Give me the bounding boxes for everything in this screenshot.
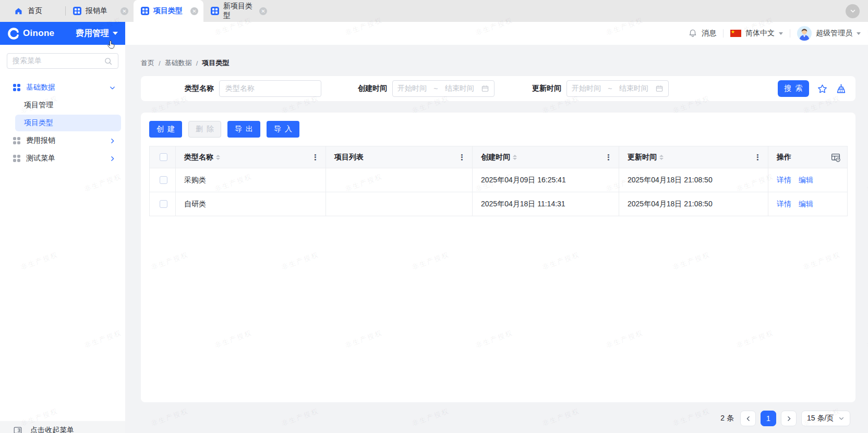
next-page-button[interactable] — [781, 411, 797, 426]
edit-link[interactable]: 编辑 — [799, 200, 813, 209]
menu-label: 基础数据 — [26, 83, 103, 92]
edit-link[interactable]: 编辑 — [799, 176, 813, 185]
home-icon — [14, 7, 23, 16]
tab-new-project-type[interactable]: 新项目类型 ✕ — [203, 0, 272, 22]
collapse-menu-button[interactable]: 点击收起菜单 — [0, 421, 125, 433]
sidebar-item-project-type[interactable]: 项目类型 — [15, 115, 121, 131]
user-menu[interactable]: 超级管理员 — [797, 26, 861, 41]
tab-project-type[interactable]: 项目类型 ✕ — [134, 0, 203, 22]
page-1-button[interactable]: 1 — [761, 411, 776, 426]
sidebar-item-basic-data[interactable]: 基础数据 — [0, 79, 125, 96]
caret-down-icon — [779, 32, 783, 35]
cell-project-list — [326, 192, 473, 216]
cell-updated-time: 2025年04月18日 21:08:50 — [619, 192, 768, 216]
sidebar-item-expense-reimburse[interactable]: 费用报销 — [0, 132, 125, 149]
collapse-menu-label: 点击收起菜单 — [30, 426, 74, 433]
column-menu-icon[interactable]: ⋮ — [605, 153, 612, 161]
close-icon[interactable]: ✕ — [120, 7, 128, 15]
prev-page-button[interactable] — [740, 411, 756, 426]
menu-search-placeholder: 搜索菜单 — [13, 56, 42, 66]
menu-label: 项目管理 — [24, 101, 53, 110]
range-end-placeholder: 结束时间 — [619, 84, 648, 93]
range-end-placeholder: 结束时间 — [445, 84, 474, 93]
favorite-star-icon[interactable] — [817, 83, 828, 94]
chevron-down-icon — [838, 415, 845, 422]
filter-updated-time: 更新时间 开始时间 ~ 结束时间 — [532, 80, 669, 97]
delete-button[interactable]: 删除 — [188, 121, 221, 138]
app-switcher[interactable]: 费用管理 — [76, 28, 118, 39]
select-all-checkbox[interactable] — [160, 153, 167, 161]
app-name: 费用管理 — [76, 28, 109, 39]
table-row[interactable]: 自研类 2025年04月18日 11:14:31 2025年04月18日 21:… — [150, 192, 848, 216]
delete-button-label: 删除 — [196, 125, 218, 134]
cell-type-name: 采购类 — [176, 168, 326, 192]
export-button[interactable]: 导出 — [227, 121, 260, 138]
cell-actions: 详情 编辑 — [768, 168, 848, 192]
close-icon[interactable]: ✕ — [190, 7, 198, 15]
column-menu-icon[interactable]: ⋮ — [754, 153, 762, 161]
breadcrumb-home[interactable]: 首页 — [141, 58, 154, 68]
close-icon[interactable]: ✕ — [259, 7, 267, 15]
menu-search-input[interactable]: 搜索菜单 — [7, 53, 118, 69]
column-menu-icon[interactable]: ⋮ — [311, 153, 319, 161]
app-grid-icon — [141, 7, 149, 15]
filter-tools: 搜索 — [778, 80, 847, 97]
detail-link[interactable]: 详情 — [777, 200, 791, 209]
row-select-cell — [150, 192, 176, 216]
column-type-name: 类型名称 ⋮ — [176, 146, 326, 168]
table-row[interactable]: 采购类 2025年04月09日 16:25:41 2025年04月18日 21:… — [150, 168, 848, 192]
sort-icon[interactable] — [659, 155, 664, 160]
caret-down-icon — [857, 32, 861, 35]
logo-icon — [7, 27, 20, 40]
cell-project-list — [326, 168, 473, 192]
range-separator: ~ — [608, 84, 612, 93]
caret-down-icon — [113, 32, 118, 35]
tab-home-label: 首页 — [28, 6, 42, 16]
tab-overflow-button[interactable] — [846, 4, 860, 18]
created-time-range-input[interactable]: 开始时间 ~ 结束时间 — [392, 80, 495, 97]
filter-created-time: 创建时间 开始时间 ~ 结束时间 — [358, 80, 495, 97]
sort-icon[interactable] — [216, 155, 220, 160]
sidebar-item-test-menu[interactable]: 测试菜单 — [0, 150, 125, 167]
breadcrumb-current: 项目类型 — [202, 58, 229, 68]
divider — [790, 29, 790, 38]
header-brand-area: Oinone 费用管理 — [0, 22, 125, 45]
tab-expense-form[interactable]: 报销单 ✕ — [66, 0, 134, 22]
header-actions: 消息 ★ 简体中文 超级管理员 — [125, 22, 868, 45]
app-grid-icon — [211, 7, 219, 15]
import-button[interactable]: 导入 — [267, 121, 299, 138]
updated-time-label: 更新时间 — [532, 84, 561, 93]
column-menu-icon[interactable]: ⋮ — [458, 153, 466, 161]
tab-home[interactable]: 首页 — [0, 0, 66, 22]
calendar-icon — [655, 84, 664, 93]
clear-broom-icon[interactable] — [836, 83, 847, 94]
type-name-label: 类型名称 — [185, 84, 214, 93]
menu-label: 测试菜单 — [26, 154, 103, 163]
type-name-placeholder: 类型名称 — [225, 84, 255, 93]
table-card: 创建 删除 导出 导入 — [141, 113, 855, 402]
row-checkbox[interactable] — [160, 200, 167, 208]
updated-time-range-input[interactable]: 开始时间 ~ 结束时间 — [566, 80, 669, 97]
row-checkbox[interactable] — [160, 176, 167, 184]
messages-button[interactable]: 消息 — [688, 29, 716, 38]
column-settings-icon[interactable] — [830, 152, 841, 163]
total-count: 2 条 — [720, 414, 734, 423]
brand-name: Oinone — [23, 28, 54, 39]
detail-link[interactable]: 详情 — [777, 176, 791, 185]
cell-type-name: 自研类 — [176, 192, 326, 216]
sidebar-item-project-management[interactable]: 项目管理 — [15, 97, 121, 114]
language-selector[interactable]: ★ 简体中文 — [730, 29, 783, 38]
app-grid-icon — [73, 7, 81, 15]
top-header: Oinone 费用管理 消息 ★ 简体中文 — [0, 22, 868, 45]
sort-icon[interactable] — [513, 155, 517, 160]
breadcrumb-basic-data[interactable]: 基础数据 — [165, 58, 192, 68]
grid-icon — [13, 155, 20, 162]
create-button[interactable]: 创建 — [149, 121, 182, 138]
language-label: 简体中文 — [745, 29, 775, 38]
page-size-select[interactable]: 15 条/页 — [801, 411, 850, 426]
search-button[interactable]: 搜索 — [778, 80, 809, 97]
china-flag-icon: ★ — [730, 30, 741, 37]
type-name-input[interactable]: 类型名称 — [219, 80, 321, 97]
column-label: 项目列表 — [334, 153, 364, 162]
chevron-right-icon — [109, 138, 116, 144]
